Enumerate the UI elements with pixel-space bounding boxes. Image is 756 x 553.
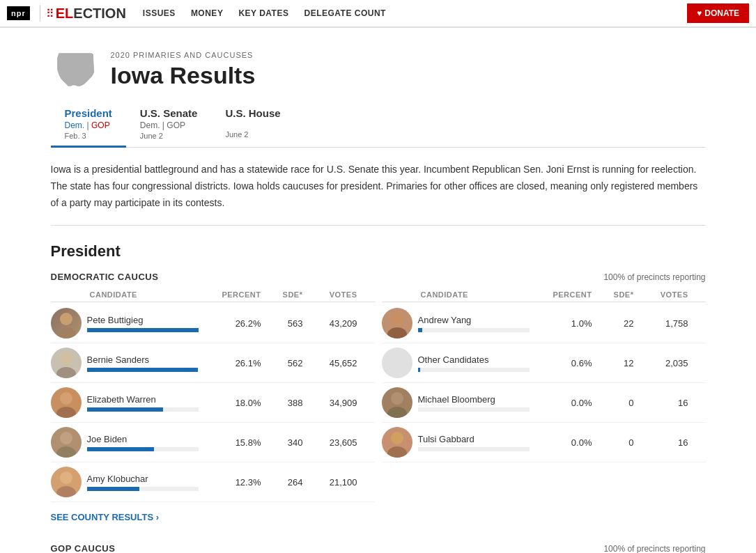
state-description: Iowa is a presidential battleground and … (51, 162, 706, 226)
candidate-name: Tulsi Gabbard (418, 434, 530, 444)
right-header-votes: VOTES (640, 290, 688, 299)
svg-point-2 (60, 352, 72, 365)
avatar (51, 467, 82, 497)
avatar (382, 427, 412, 458)
tab-house[interactable]: U.S. House June 2 (211, 102, 294, 148)
donate-button[interactable]: ♥ DONATE (687, 3, 749, 23)
bar (87, 487, 139, 491)
tab-senate-date: June 2 (140, 132, 198, 140)
nav-link-money[interactable]: MONEY (191, 8, 224, 18)
tab-president-links: Dem. | GOP (65, 120, 112, 130)
gop-caucus-section: GOP CAUCUS 100% of precincts reporting (51, 543, 706, 553)
bar-container (418, 407, 530, 412)
svg-point-8 (60, 472, 72, 484)
npr-logo[interactable]: npr (7, 6, 30, 20)
candidate-info: Tulsi Gabbard (382, 427, 542, 458)
right-header-candidate: CANDIDATE (382, 290, 542, 299)
col-sde: 22 (598, 318, 640, 329)
avatar (51, 348, 82, 378)
nav-link-issues[interactable]: ISSUES (143, 8, 176, 18)
candidate-info: Pete Buttigieg (51, 308, 211, 338)
svg-point-15 (387, 446, 407, 458)
table-row: Tulsi Gabbard 0.0% 0 16 (382, 423, 706, 462)
col-votes: 16 (640, 398, 688, 408)
candidate-details: Andrew Yang (418, 315, 530, 332)
candidate-name: Andrew Yang (418, 315, 530, 325)
right-header-percent: PERCENT (542, 290, 598, 299)
nav-link-key-dates[interactable]: KEY DATES (238, 8, 288, 18)
section-title: President (51, 242, 706, 260)
col-percent: 15.8% (211, 437, 267, 448)
left-header-votes: VOTES (309, 290, 357, 299)
tab-president[interactable]: President Dem. | GOP Feb. 3 (51, 102, 126, 148)
bar-container (418, 328, 530, 332)
donate-label: DONATE (704, 8, 739, 18)
svg-point-14 (391, 432, 403, 444)
bar-container (87, 407, 199, 412)
avatar (51, 427, 82, 458)
candidate-details: Joe Biden (87, 434, 199, 451)
left-header-percent: PERCENT (211, 290, 267, 299)
col-votes: 2,035 (640, 358, 688, 368)
col-percent: 18.0% (211, 398, 267, 408)
col-votes: 23,605 (309, 437, 357, 448)
brand-logo[interactable]: ⠿ EL ECTION (46, 6, 126, 22)
bar-container (87, 487, 199, 491)
heart-icon: ♥ (697, 8, 702, 18)
col-sde: 264 (267, 477, 309, 488)
col-percent: 26.2% (211, 318, 267, 329)
bar-container (87, 328, 199, 332)
nav-link-delegate-count[interactable]: DELEGATE COUNT (304, 8, 385, 18)
candidate-name: Joe Biden (87, 434, 199, 444)
bar (87, 447, 154, 451)
col-sde: 0 (598, 437, 640, 448)
candidate-info: Other Candidates (382, 348, 542, 378)
col-votes: 21,100 (309, 477, 357, 488)
candidate-details: Pete Buttigieg (87, 315, 199, 332)
candidate-name: Michael Bloomberg (418, 394, 530, 405)
nav-links: ISSUES MONEY KEY DATES DELEGATE COUNT (143, 8, 687, 18)
candidate-details: Elizabeth Warren (87, 394, 199, 412)
president-gop-link[interactable]: GOP (91, 120, 110, 130)
svg-point-1 (56, 327, 76, 338)
col-sde: 340 (267, 437, 309, 448)
svg-point-7 (56, 446, 76, 458)
tab-president-date: Feb. 3 (65, 132, 112, 140)
tab-president-label: President (65, 107, 112, 119)
bar-container (418, 447, 530, 451)
candidate-info: Michael Bloomberg (382, 387, 542, 418)
bar-container (418, 368, 530, 372)
bar (87, 368, 198, 372)
bar (418, 368, 421, 372)
dem-right-col: CANDIDATE PERCENT SDE* VOTES Andrew Yang (382, 288, 706, 502)
svg-point-6 (60, 432, 72, 444)
brand-ection: ECTION (73, 6, 126, 22)
state-header: 2020 PRIMARIES AND CAUCUSES Iowa Results (51, 49, 706, 91)
dem-results: CANDIDATE PERCENT SDE* VOTES Pete Buttig… (51, 288, 706, 502)
candidate-info: Bernie Sanders (51, 348, 211, 378)
see-county-results-link[interactable]: SEE COUNTY RESULTS › (51, 512, 160, 522)
tab-house-label: U.S. House (225, 107, 280, 119)
president-dem-link[interactable]: Dem. (65, 120, 85, 130)
right-col-header: CANDIDATE PERCENT SDE* VOTES (382, 288, 706, 302)
tab-senate[interactable]: U.S. Senate Dem. | GOP June 2 (126, 102, 212, 148)
tab-senate-label: U.S. Senate (140, 107, 198, 119)
candidate-name: Pete Buttigieg (87, 315, 199, 325)
candidate-name: Bernie Sanders (87, 355, 199, 365)
dem-left-col: CANDIDATE PERCENT SDE* VOTES Pete Buttig… (51, 288, 375, 502)
col-sde: 12 (598, 358, 640, 368)
gop-caucus-header: GOP CAUCUS 100% of precincts reporting (51, 543, 706, 553)
svg-point-12 (391, 392, 403, 405)
bar-container (87, 447, 199, 451)
table-row: Michael Bloomberg 0.0% 0 16 (382, 383, 706, 423)
table-row: Bernie Sanders 26.1% 562 45,652 (51, 343, 375, 383)
president-section: President DEMOCRATIC CAUCUS 100% of prec… (51, 242, 706, 553)
page-content: 2020 PRIMARIES AND CAUCUSES Iowa Results… (37, 28, 720, 553)
candidate-info: Amy Klobuchar (51, 467, 211, 497)
col-percent: 0.0% (542, 437, 598, 448)
state-title: Iowa Results (111, 62, 256, 89)
table-row: Andrew Yang 1.0% 22 1,758 (382, 304, 706, 343)
candidate-details: Tulsi Gabbard (418, 434, 530, 451)
avatar (382, 387, 412, 418)
candidate-details: Bernie Sanders (87, 355, 199, 372)
